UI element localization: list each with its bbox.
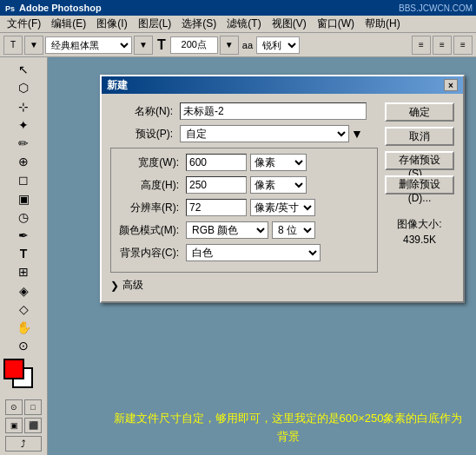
align-left-btn[interactable]: ≡: [412, 36, 431, 55]
dialog-buttons: 确定 取消 存储预设(S)... 删除预设(D)... 图像大小: 439.5K: [385, 102, 454, 293]
menu-help[interactable]: 帮助(H): [360, 15, 406, 33]
fg-color-swatch[interactable]: [3, 359, 24, 379]
svg-text:Ps: Ps: [5, 4, 15, 13]
toolbar-btn-1[interactable]: T: [3, 36, 23, 55]
resolution-label: 分辨率(R):: [116, 201, 186, 215]
menu-window[interactable]: 窗口(W): [312, 15, 360, 33]
aa-label: aa: [241, 40, 255, 50]
preset-select[interactable]: 自定: [180, 125, 349, 142]
tool-brush[interactable]: ✏: [3, 135, 43, 152]
height-label: 高度(H):: [116, 178, 186, 193]
instruction-line1: 新建文件尺寸自定，够用即可，这里我定的是600×250象素的白底作为: [100, 410, 476, 428]
menu-layer[interactable]: 图层(L): [133, 15, 177, 33]
smoothing-select[interactable]: 锐利: [256, 36, 300, 54]
resolution-input[interactable]: [186, 199, 247, 216]
menu-view[interactable]: 视图(V): [267, 15, 312, 33]
menu-bar: 文件(F) 编辑(E) 图像(I) 图层(L) 选择(S) 滤镜(T) 视图(V…: [0, 16, 476, 33]
dialog-title-bar: 新建 ×: [102, 76, 463, 94]
tool-annotation[interactable]: ◈: [3, 281, 43, 299]
preset-row: 预设(P): 自定 ▼: [110, 125, 378, 142]
resolution-row: 分辨率(R): 像素/英寸: [116, 199, 372, 216]
dialog-form: 名称(N): 预设(P): 自定 ▼: [110, 102, 378, 293]
width-label: 宽度(W):: [116, 155, 186, 170]
bg-select[interactable]: 白色: [186, 244, 321, 261]
font-name-select[interactable]: 经典粗体黑: [45, 36, 132, 54]
color-mode-label: 颜色模式(M):: [116, 223, 186, 238]
color-mode-row: 颜色模式(M): RGB 颜色 8 位: [116, 221, 372, 239]
font-size-T: T: [155, 37, 169, 53]
cancel-btn[interactable]: 取消: [385, 127, 454, 146]
height-input[interactable]: [186, 176, 247, 194]
title-bar: Ps Adobe Photoshop BBS.JCWCN.COM: [0, 0, 476, 16]
tool-magic-select[interactable]: ⬡: [3, 79, 43, 96]
menu-select[interactable]: 选择(S): [176, 15, 221, 33]
new-file-dialog: 新建 × 名称(N): 预设(P): 自定 ▼: [100, 75, 465, 303]
std-mode-btn[interactable]: □: [24, 399, 42, 415]
resolution-unit-select[interactable]: 像素/英寸: [250, 199, 315, 216]
preset-label: 预设(P):: [110, 127, 180, 142]
fullscreen2-btn[interactable]: ⬛: [24, 418, 42, 433]
color-bit-select[interactable]: 8 位: [272, 221, 315, 239]
align-center-btn[interactable]: ≡: [433, 36, 452, 55]
name-row: 名称(N):: [110, 102, 378, 120]
width-input[interactable]: [186, 154, 247, 171]
dialog-title-text: 新建: [107, 78, 128, 93]
canvas-area: 新建 × 名称(N): 预设(P): 自定 ▼: [48, 57, 476, 455]
color-mode-select[interactable]: RGB 颜色: [186, 221, 268, 239]
tool-text[interactable]: T: [3, 245, 43, 262]
image-size-value: 439.5K: [385, 234, 454, 246]
height-row: 高度(H): 像素: [116, 176, 372, 194]
left-toolbar: ↖ ⬡ ⊹ ✦ ✏ ⊕ ◻ ▣ ◷ ✒ T ⊞ ◈ ◇ ✋ ⊙ ⊙ □ ▣ ⬛ …: [0, 57, 48, 455]
font-size-input[interactable]: [170, 36, 218, 54]
width-unit-select[interactable]: 像素: [250, 154, 307, 171]
fullscreen-btn[interactable]: ▣: [5, 418, 23, 433]
save-preset-btn[interactable]: 存储预设(S)...: [385, 151, 454, 170]
instruction-text: 新建文件尺寸自定，够用即可，这里我定的是600×250象素的白底作为 背景: [100, 410, 476, 446]
app-icon: Ps: [3, 2, 16, 14]
tool-eraser[interactable]: ◻: [3, 171, 43, 188]
app-title: Adobe Photoshop: [19, 3, 399, 13]
menu-file[interactable]: 文件(F): [2, 15, 46, 33]
menu-image[interactable]: 图像(I): [91, 15, 132, 33]
dialog-close-btn[interactable]: ×: [444, 79, 458, 91]
tool-shape[interactable]: ⊞: [3, 263, 43, 280]
tool-burn[interactable]: ◷: [3, 208, 43, 226]
menu-edit[interactable]: 编辑(E): [46, 15, 91, 33]
watermark: BBS.JCWCN.COM: [399, 3, 473, 13]
tool-crop[interactable]: ⊹: [3, 97, 43, 115]
tool-gradient[interactable]: ▣: [3, 189, 43, 207]
toolbar-btn-3[interactable]: ▼: [134, 36, 153, 55]
image-size-label: 图像大小:: [385, 217, 454, 232]
name-label: 名称(N):: [110, 104, 180, 119]
preset-dropdown-icon: ▼: [351, 127, 363, 141]
menu-filter[interactable]: 滤镜(T): [221, 15, 266, 33]
jump-to-btn[interactable]: ⤴: [5, 436, 42, 452]
height-unit-select[interactable]: 像素: [250, 176, 307, 194]
bg-label: 背景内容(C):: [116, 246, 186, 260]
name-input[interactable]: [180, 102, 367, 120]
toolbar: T ▼ 经典粗体黑 ▼ T ▼ aa 锐利 ≡ ≡ ≡: [0, 33, 476, 57]
tool-clone[interactable]: ⊕: [3, 153, 43, 170]
tool-hand[interactable]: ✋: [3, 319, 43, 336]
toolbar-btn-2[interactable]: ▼: [24, 36, 43, 55]
main-area: ↖ ⬡ ⊹ ✦ ✏ ⊕ ◻ ▣ ◷ ✒ T ⊞ ◈ ◇ ✋ ⊙ ⊙ □ ▣ ⬛ …: [0, 57, 476, 455]
delete-preset-btn[interactable]: 删除预设(D)...: [385, 175, 454, 195]
instruction-line2: 背景: [100, 428, 476, 446]
width-row: 宽度(W): 像素: [116, 154, 372, 171]
align-right-btn[interactable]: ≡: [453, 36, 473, 55]
bg-row: 背景内容(C): 白色: [116, 244, 372, 261]
tool-select[interactable]: ↖: [3, 61, 43, 78]
advanced-label: 高级: [122, 278, 143, 293]
advanced-toggle[interactable]: ❯: [110, 280, 119, 292]
confirm-btn[interactable]: 确定: [385, 102, 454, 122]
tool-patch[interactable]: ✦: [3, 116, 43, 134]
tool-eyedropper[interactable]: ◇: [3, 300, 43, 318]
tool-zoom[interactable]: ⊙: [3, 337, 43, 354]
toolbar-btn-4[interactable]: ▼: [220, 36, 239, 55]
tool-path[interactable]: ✒: [3, 227, 43, 244]
quick-mask-btn[interactable]: ⊙: [5, 399, 23, 415]
advanced-row: ❯ 高级: [110, 278, 378, 293]
